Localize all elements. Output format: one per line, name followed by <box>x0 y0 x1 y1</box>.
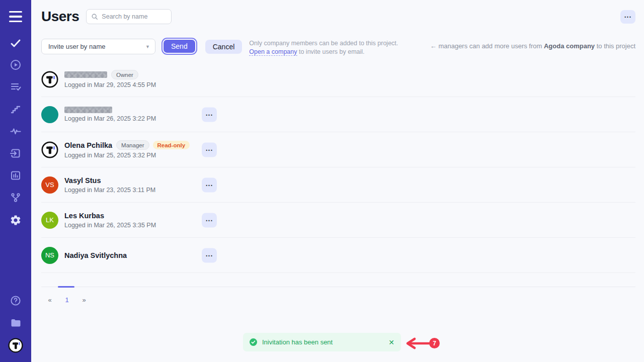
steps-icon[interactable] <box>10 103 22 115</box>
user-name: Nadiya Svitlychna <box>64 251 127 259</box>
row-menu-button[interactable]: ... <box>202 107 217 122</box>
invite-note-line2-rest: to invite users by email. <box>297 48 365 55</box>
role-badge: Read-only <box>153 141 190 149</box>
manager-note-suffix: to this project <box>595 42 635 50</box>
avatar: NS <box>41 247 58 264</box>
toast-close-icon[interactable]: ✕ <box>388 338 394 346</box>
settings-icon[interactable] <box>10 214 22 226</box>
ellipsis-icon: ... <box>202 215 217 223</box>
name-line: Les Kurbas <box>64 212 156 220</box>
name-line: Vasyl Stus <box>64 176 155 185</box>
avatar: LK <box>41 212 58 229</box>
row-menu-button[interactable]: ... <box>202 177 217 192</box>
invite-note-line1: Only company members can be added to thi… <box>249 39 398 48</box>
open-company-link[interactable]: Open a company <box>249 48 297 56</box>
branch-icon[interactable] <box>10 192 22 204</box>
toast-message: Inivitation has been sent <box>262 338 333 346</box>
badges: Owner <box>111 70 138 79</box>
annotation-step-badge: 7 <box>429 338 440 348</box>
invite-row: Invite user by name ▼ Send Cancel Only c… <box>41 39 635 56</box>
role-badge: Owner <box>111 70 138 79</box>
user-info: Owner Logged in Mar 29, 2025 4:55 PM <box>64 70 156 88</box>
main-content: Users ... Invite user by name ▼ Send Can… <box>31 0 644 362</box>
user-row: LK Les Kurbas Logged in Mar 26, 2025 3:3… <box>41 203 635 238</box>
avatar: VS <box>41 176 58 194</box>
redacted-name <box>64 107 112 113</box>
row-menu-button[interactable]: ... <box>202 142 217 157</box>
user-list: Owner Logged in Mar 29, 2025 4:55 PM Log… <box>41 62 635 273</box>
manager-note-prefix: ← managers can add more users from <box>430 42 544 50</box>
invite-user-select[interactable]: Invite user by name ▼ <box>41 39 155 54</box>
badges: ManagerRead-only <box>116 140 190 150</box>
logged-in: Logged in Mar 26, 2025 3:22 PM <box>64 115 156 122</box>
row-menu-button[interactable]: ... <box>202 248 217 262</box>
row-menu-button[interactable]: ... <box>202 213 217 227</box>
pagination-page-1[interactable]: 1 <box>58 294 75 306</box>
task-list-icon[interactable] <box>10 81 22 93</box>
manager-note-company: Agoda company <box>544 42 595 50</box>
redacted-name <box>64 71 107 78</box>
user-info: Nadiya Svitlychna <box>64 251 127 259</box>
logged-in: Logged in Mar 26, 2025 3:35 PM <box>64 222 156 229</box>
name-line <box>64 107 156 113</box>
invite-note-line2: Open a company to invite users by email. <box>249 48 398 56</box>
app-logo[interactable] <box>8 338 23 353</box>
logo-avatar <box>41 141 58 158</box>
ellipsis-icon: ... <box>202 179 217 188</box>
pagination: « 1 » <box>41 287 635 306</box>
search-icon <box>91 13 98 20</box>
user-row: Olena Pchilka ManagerRead-only Logged in… <box>41 132 635 167</box>
ellipsis-icon: ... <box>202 250 217 258</box>
help-icon[interactable] <box>10 295 22 307</box>
user-row: Logged in Mar 26, 2025 3:22 PM ... <box>41 97 635 132</box>
avatar <box>41 106 58 123</box>
user-row: VS Vasyl Stus Logged in Mar 23, 2025 3:1… <box>41 167 635 203</box>
menu-icon[interactable] <box>9 11 22 22</box>
user-info: Logged in Mar 26, 2025 3:22 PM <box>64 107 156 122</box>
user-name: Vasyl Stus <box>64 176 101 185</box>
name-line: Owner <box>64 70 156 79</box>
user-name: Olena Pchilka <box>64 141 112 149</box>
page-more-button[interactable]: ... <box>620 10 635 24</box>
chevron-down-icon: ▼ <box>145 44 150 49</box>
ellipsis-icon: ... <box>202 109 217 117</box>
send-button[interactable]: Send <box>163 39 196 54</box>
name-line: Olena Pchilka ManagerRead-only <box>64 140 190 150</box>
user-name: Les Kurbas <box>64 212 104 220</box>
pagination-prev[interactable]: « <box>41 294 58 306</box>
sidebar <box>0 0 31 362</box>
success-check-icon <box>250 338 257 346</box>
check-icon[interactable] <box>10 37 22 49</box>
user-row: Owner Logged in Mar 29, 2025 4:55 PM <box>41 62 635 97</box>
page-header: Users ... <box>41 0 635 25</box>
invite-select-value: Invite user by name <box>48 43 105 50</box>
cancel-button[interactable]: Cancel <box>205 40 243 54</box>
ellipsis-icon: ... <box>202 144 217 152</box>
success-toast: Inivitation has been sent ✕ <box>243 333 401 351</box>
page-title: Users <box>41 9 79 25</box>
sign-in-icon[interactable] <box>10 147 22 159</box>
manager-note: ← managers can add more users from Agoda… <box>430 42 635 50</box>
activity-icon[interactable] <box>10 125 22 137</box>
user-info: Les Kurbas Logged in Mar 26, 2025 3:35 P… <box>64 212 156 229</box>
ellipsis-icon: ... <box>624 11 632 19</box>
user-info: Vasyl Stus Logged in Mar 23, 2025 3:11 P… <box>64 176 155 194</box>
play-circle-icon[interactable] <box>10 59 22 71</box>
user-info: Olena Pchilka ManagerRead-only Logged in… <box>64 140 190 159</box>
invite-note: Only company members can be added to thi… <box>249 39 398 56</box>
role-badge: Manager <box>116 140 149 150</box>
logo-avatar <box>41 71 58 88</box>
logged-in: Logged in Mar 29, 2025 4:55 PM <box>64 81 156 88</box>
report-icon[interactable] <box>10 169 22 182</box>
search-input[interactable] <box>102 13 167 20</box>
docs-folder-icon[interactable] <box>10 317 22 329</box>
active-page-indicator <box>58 286 74 288</box>
pagination-next[interactable]: » <box>75 294 93 306</box>
user-row: NS Nadiya Svitlychna ... <box>41 238 635 273</box>
logged-in: Logged in Mar 23, 2025 3:11 PM <box>64 187 155 194</box>
logged-in: Logged in Mar 25, 2025 3:32 PM <box>64 152 190 159</box>
name-line: Nadiya Svitlychna <box>64 251 127 259</box>
search-box <box>86 9 172 24</box>
